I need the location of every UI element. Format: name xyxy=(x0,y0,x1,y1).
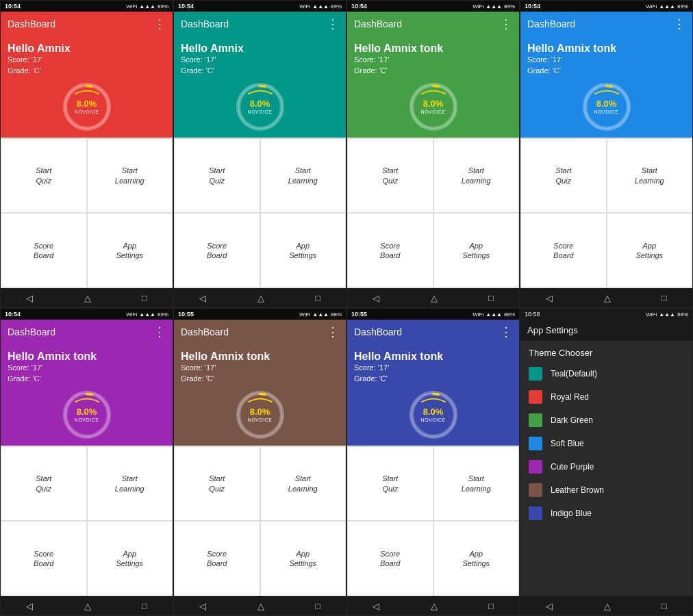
battery-icon-3: 89% xyxy=(504,3,515,10)
status-bar-7: 10:55 WiFi ▲▲▲ 88% xyxy=(347,309,519,320)
back-icon-5[interactable]: ◁ xyxy=(26,601,33,611)
app-title-1: DashBoard xyxy=(8,18,153,29)
phone-screen-indigo: 10:55 WiFi ▲▲▲ 88% DashBoard ⋮ Hello Amn… xyxy=(346,308,520,616)
start-quiz-btn-2[interactable]: StartQuiz xyxy=(174,138,260,214)
gauge-svg-4 xyxy=(583,83,631,131)
score-board-btn-7[interactable]: ScoreBoard xyxy=(347,521,433,596)
start-quiz-btn-3[interactable]: StartQuiz xyxy=(347,138,433,214)
settings-status-bar: 10:58 WiFi ▲▲▲ 88% xyxy=(520,309,692,320)
app-settings-btn-7[interactable]: AppSettings xyxy=(433,521,520,596)
score-4: Score: '17' xyxy=(527,55,685,65)
start-quiz-btn-7[interactable]: StartQuiz xyxy=(347,446,433,522)
app-bar-7: DashBoard ⋮ xyxy=(347,320,519,344)
score-board-btn-3[interactable]: ScoreBoard xyxy=(347,213,433,288)
home-icon-2[interactable]: △ xyxy=(257,293,264,303)
app-title-6: DashBoard xyxy=(181,326,327,337)
app-title-3: DashBoard xyxy=(354,18,500,29)
app-settings-btn-2[interactable]: AppSettings xyxy=(260,213,346,288)
home-icon-settings[interactable]: △ xyxy=(604,601,611,611)
theme-item-blue[interactable]: Soft Blue xyxy=(520,432,692,455)
button-grid-5: StartQuiz StartLearning ScoreBoard AppSe… xyxy=(1,446,173,596)
menu-icon-3[interactable]: ⋮ xyxy=(500,16,512,31)
menu-icon-6[interactable]: ⋮ xyxy=(327,324,339,339)
theme-item-brown[interactable]: Leather Brown xyxy=(520,478,692,502)
app-settings-btn-1[interactable]: AppSettings xyxy=(87,213,173,288)
app-settings-btn-4[interactable]: AppSettings xyxy=(607,213,693,288)
signal-icon-5: ▲▲▲ xyxy=(139,311,155,318)
greeting-2: Hello Amnix xyxy=(181,42,339,55)
start-learning-btn-7[interactable]: StartLearning xyxy=(433,446,520,522)
menu-icon-5[interactable]: ⋮ xyxy=(153,324,166,339)
app-title-7: DashBoard xyxy=(354,326,500,337)
start-quiz-btn-6[interactable]: StartQuiz xyxy=(174,446,260,522)
signal-icon: ▲▲▲ xyxy=(139,3,155,10)
app-settings-btn-3[interactable]: AppSettings xyxy=(433,213,520,288)
start-learning-btn-3[interactable]: StartLearning xyxy=(433,138,520,214)
grade-6: Grade: 'C' xyxy=(181,374,339,384)
home-icon-5[interactable]: △ xyxy=(84,601,91,611)
menu-icon-4[interactable]: ⋮ xyxy=(673,16,685,31)
home-icon-3[interactable]: △ xyxy=(431,293,438,303)
recent-icon-1[interactable]: □ xyxy=(142,293,147,303)
nav-bar-3: ◁ △ □ xyxy=(347,288,519,307)
home-icon-4[interactable]: △ xyxy=(604,293,611,303)
app-settings-btn-6[interactable]: AppSettings xyxy=(260,521,346,596)
wifi-icon: WiFi xyxy=(126,3,137,10)
gauge-area-2: 8.0% NOVOICE xyxy=(174,80,346,138)
theme-label-brown: Leather Brown xyxy=(551,485,604,495)
nav-bar-6: ◁ △ □ xyxy=(174,596,346,615)
grade-1: Grade: 'C' xyxy=(8,66,166,76)
theme-item-teal[interactable]: Teal(Default) xyxy=(520,362,692,385)
start-learning-btn-2[interactable]: StartLearning xyxy=(260,138,346,214)
start-learning-btn-6[interactable]: StartLearning xyxy=(260,446,346,522)
start-quiz-btn-4[interactable]: StartQuiz xyxy=(520,138,607,214)
back-icon-7[interactable]: ◁ xyxy=(373,601,379,611)
back-icon-1[interactable]: ◁ xyxy=(26,293,33,303)
menu-icon-7[interactable]: ⋮ xyxy=(500,324,512,339)
menu-icon-1[interactable]: ⋮ xyxy=(153,16,166,31)
score-board-btn-1[interactable]: ScoreBoard xyxy=(1,213,87,288)
wifi-icon-3: WiFi xyxy=(473,3,483,10)
gauge-circle-7: 8.0% NOVOICE xyxy=(410,391,457,439)
theme-item-purple[interactable]: Cute Purple xyxy=(520,455,692,478)
recent-icon-6[interactable]: □ xyxy=(315,601,320,611)
button-grid-6: StartQuiz StartLearning ScoreBoard AppSe… xyxy=(174,446,346,596)
recent-icon-settings[interactable]: □ xyxy=(662,601,667,611)
home-icon-1[interactable]: △ xyxy=(84,293,91,303)
theme-label-green: Dark Green xyxy=(551,415,593,425)
score-board-btn-2[interactable]: ScoreBoard xyxy=(174,213,260,288)
recent-icon-4[interactable]: □ xyxy=(662,293,667,303)
theme-item-indigo[interactable]: Indigo Blue xyxy=(520,502,692,525)
recent-icon-5[interactable]: □ xyxy=(142,601,147,611)
start-quiz-btn-1[interactable]: StartQuiz xyxy=(1,138,87,214)
score-board-btn-5[interactable]: ScoreBoard xyxy=(1,521,87,596)
start-learning-btn-1[interactable]: StartLearning xyxy=(87,138,173,214)
gauge-circle-4: 8.0% NOVOICE xyxy=(583,83,631,131)
score-1: Score: '17' xyxy=(8,55,166,65)
theme-item-green[interactable]: Dark Green xyxy=(520,409,692,432)
start-learning-btn-4[interactable]: StartLearning xyxy=(607,138,693,214)
start-learning-btn-5[interactable]: StartLearning xyxy=(87,446,173,522)
recent-icon-7[interactable]: □ xyxy=(488,601,494,611)
grade-5: Grade: 'C' xyxy=(8,374,166,384)
home-icon-6[interactable]: △ xyxy=(257,601,264,611)
recent-icon-2[interactable]: □ xyxy=(315,293,320,303)
home-icon-7[interactable]: △ xyxy=(431,601,438,611)
back-icon-4[interactable]: ◁ xyxy=(546,293,553,303)
start-quiz-btn-5[interactable]: StartQuiz xyxy=(1,446,87,522)
back-icon-3[interactable]: ◁ xyxy=(373,293,379,303)
greeting-1: Hello Amnix xyxy=(8,42,166,55)
app-settings-btn-5[interactable]: AppSettings xyxy=(87,521,173,596)
status-icons-4: WiFi ▲▲▲ 89% xyxy=(646,3,688,10)
status-bar-5: 10:54 WiFi ▲▲▲ 89% xyxy=(1,309,173,320)
recent-icon-3[interactable]: □ xyxy=(488,293,494,303)
back-icon-settings[interactable]: ◁ xyxy=(546,601,553,611)
gauge-svg-5 xyxy=(63,391,111,439)
theme-item-red[interactable]: Royal Red xyxy=(520,385,692,409)
back-icon-6[interactable]: ◁ xyxy=(199,601,206,611)
back-icon-2[interactable]: ◁ xyxy=(199,293,206,303)
score-board-btn-4[interactable]: ScoreBoard xyxy=(520,213,607,288)
gauge-circle-5: 8.0% NOVOICE xyxy=(63,391,111,439)
menu-icon-2[interactable]: ⋮ xyxy=(327,16,339,31)
score-board-btn-6[interactable]: ScoreBoard xyxy=(174,521,260,596)
